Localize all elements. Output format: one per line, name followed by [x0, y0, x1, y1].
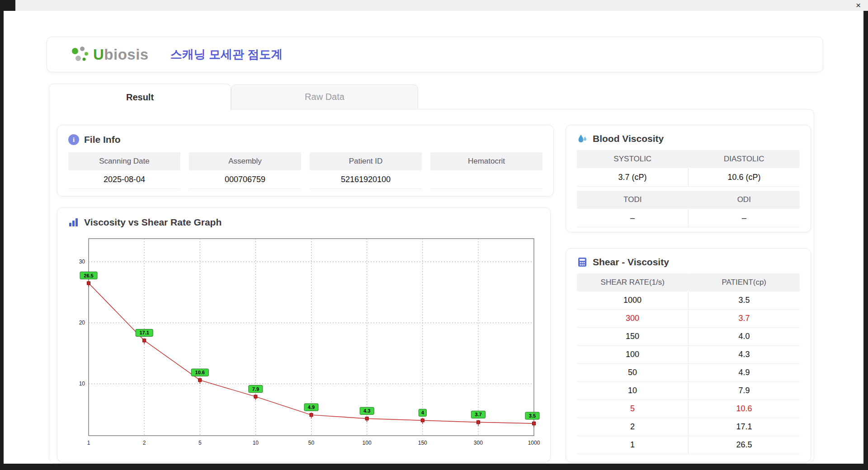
bv-label-todi: TODI — [577, 191, 689, 209]
bv-value-row: 3.7 (cP) 10.6 (cP) — [577, 168, 800, 187]
shear-viscosity-card: Shear - Viscosity SHEAR RATE(1/s) PATIEN… — [566, 248, 811, 462]
file-info-card: i File Info Scanning Date 2025-08-04 Ass… — [57, 125, 554, 197]
blood-viscosity-card: Blood Viscosity SYSTOLIC DIASTOLIC 3.7 (… — [566, 125, 811, 232]
file-info-fields: Scanning Date 2025-08-04 Assembly 000706… — [68, 152, 542, 189]
ubiosis-logo: Ubiosis — [69, 44, 149, 65]
svg-text:17.1: 17.1 — [139, 330, 149, 335]
patient-cell: 26.5 — [689, 436, 800, 454]
col-patient: PATIENT(cp) — [689, 273, 800, 291]
patient-cell: 3.7 — [689, 310, 800, 328]
page-title: 스캐닝 모세관 점도계 — [170, 47, 283, 62]
info-icon: i — [68, 134, 79, 145]
blood-viscosity-grid: SYSTOLIC DIASTOLIC 3.7 (cP) 10.6 (cP) TO… — [577, 150, 800, 227]
bv-label-systolic: SYSTOLIC — [577, 150, 689, 168]
svg-text:7.9: 7.9 — [252, 386, 259, 392]
patient-cell: 10.6 — [689, 400, 800, 418]
svg-text:10: 10 — [253, 440, 259, 446]
bv-header-row: TODI ODI — [577, 191, 800, 209]
field-patient-id: Patient ID 52161920100 — [310, 152, 422, 189]
field-assembly: Assembly 000706759 — [189, 152, 301, 189]
viscosity-graph-card: Viscosity vs Shear Rate Graph 1251050100… — [57, 207, 551, 462]
svg-text:1000: 1000 — [528, 440, 540, 446]
field-value: 2025-08-04 — [68, 170, 180, 189]
field-value: 000706759 — [189, 170, 301, 189]
svg-text:3.7: 3.7 — [475, 412, 481, 417]
table-row: 10003.5 — [577, 291, 800, 310]
window-titlebar: × — [15, 0, 868, 11]
logo-leaf-icon — [69, 44, 90, 65]
graph-title: Viscosity vs Shear Rate Graph — [68, 217, 539, 228]
svg-text:26.5: 26.5 — [84, 273, 93, 278]
shear-viscosity-title: Shear - Viscosity — [577, 257, 800, 268]
bv-value-todi: – — [577, 209, 689, 227]
patient-cell: 17.1 — [689, 418, 800, 436]
table-row: 1004.3 — [577, 346, 800, 364]
svg-text:150: 150 — [418, 440, 427, 446]
calculator-icon — [577, 257, 588, 268]
shear-cell: 100 — [577, 346, 689, 364]
patient-cell: 7.9 — [689, 382, 800, 400]
svg-text:100: 100 — [363, 440, 372, 446]
table-row: 126.5 — [577, 436, 800, 454]
shear-cell: 300 — [577, 310, 689, 328]
svg-text:20: 20 — [79, 320, 85, 326]
shear-cell: 2 — [577, 418, 689, 436]
shear-cell: 150 — [577, 328, 689, 346]
field-label: Patient ID — [310, 152, 422, 170]
bv-label-diastolic: DIASTOLIC — [689, 150, 800, 168]
field-label: Scanning Date — [68, 152, 180, 170]
svg-text:4: 4 — [421, 410, 425, 415]
field-value: 52161920100 — [310, 170, 422, 189]
bv-header-row: SYSTOLIC DIASTOLIC — [577, 150, 800, 168]
patient-cell: 4.3 — [689, 346, 800, 364]
bar-chart-icon — [68, 217, 79, 228]
header-card: Ubiosis 스캐닝 모세관 점도계 — [47, 37, 823, 72]
svg-text:10.6: 10.6 — [195, 370, 205, 375]
viscosity-chart: 1251050100150300100010203026.517.110.67.… — [68, 234, 540, 450]
shear-cell: 10 — [577, 382, 689, 400]
patient-cell: 4.9 — [689, 364, 800, 382]
tab-raw-data[interactable]: Raw Data — [231, 85, 418, 109]
shear-viscosity-table: SHEAR RATE(1/s) PATIENT(cp) 10003.5 3003… — [577, 273, 800, 454]
table-header-row: SHEAR RATE(1/s) PATIENT(cp) — [577, 273, 800, 291]
bv-value-diastolic: 10.6 (cP) — [689, 168, 800, 187]
svg-text:3.5: 3.5 — [529, 413, 536, 418]
field-scanning-date: Scanning Date 2025-08-04 — [68, 152, 180, 189]
table-row: 3003.7 — [577, 310, 800, 328]
bv-value-odi: – — [689, 209, 800, 227]
field-label: Hematocrit — [430, 152, 542, 170]
close-icon[interactable]: × — [856, 0, 861, 11]
patient-cell: 4.0 — [689, 328, 800, 346]
table-row: 217.1 — [577, 418, 800, 436]
bv-value-row: – – — [577, 209, 800, 227]
table-row: 107.9 — [577, 382, 800, 400]
svg-text:10: 10 — [79, 381, 85, 387]
svg-text:4.9: 4.9 — [308, 404, 315, 410]
svg-text:50: 50 — [308, 440, 315, 446]
shear-cell: 5 — [577, 400, 689, 418]
table-row: 504.9 — [577, 364, 800, 382]
tab-result[interactable]: Result — [49, 84, 231, 110]
shear-cell: 1 — [577, 436, 689, 454]
logo-text: Ubiosis — [93, 46, 149, 63]
bv-value-systolic: 3.7 (cP) — [577, 168, 689, 187]
col-shear-rate: SHEAR RATE(1/s) — [577, 273, 689, 291]
svg-text:4.3: 4.3 — [363, 408, 370, 414]
file-info-title: i File Info — [68, 134, 542, 145]
shear-cell: 50 — [577, 364, 689, 382]
table-row: 1504.0 — [577, 328, 800, 346]
droplet-icon — [577, 133, 588, 144]
svg-text:2: 2 — [143, 440, 146, 446]
svg-text:30: 30 — [79, 258, 85, 265]
field-value — [430, 170, 542, 189]
patient-cell: 3.5 — [689, 291, 800, 310]
svg-text:5: 5 — [198, 440, 202, 446]
field-hematocrit: Hematocrit — [430, 152, 542, 189]
svg-text:300: 300 — [474, 440, 483, 446]
field-label: Assembly — [189, 152, 301, 170]
svg-text:1: 1 — [87, 440, 90, 446]
shear-cell: 1000 — [577, 291, 689, 310]
table-row: 510.6 — [577, 400, 800, 418]
chart-area: 1251050100150300100010203026.517.110.67.… — [68, 234, 539, 452]
bv-label-odi: ODI — [689, 191, 800, 209]
